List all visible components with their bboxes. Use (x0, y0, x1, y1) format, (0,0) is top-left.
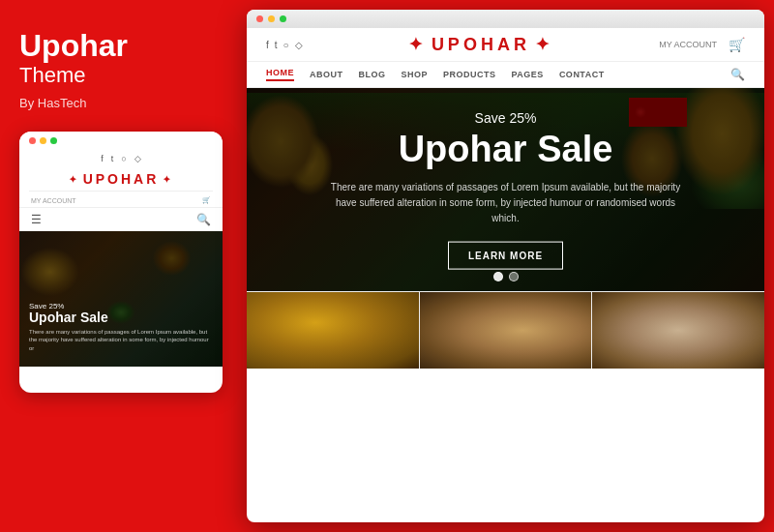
logo-star-icon-2: ✦ (163, 174, 173, 185)
social-i-icon: ○ (121, 154, 126, 163)
desktop-right-nav: MY ACCOUNT 🛒 (659, 37, 745, 52)
desktop-social: f t ○ ◇ (266, 40, 303, 50)
brand-subtitle: Theme (19, 63, 218, 88)
social-t-icon: t (111, 154, 114, 163)
hero-description: There are many variations of passages of… (322, 179, 690, 225)
logo-icon-left: ✦ (408, 34, 427, 55)
mobile-hero: Save 25% Upohar Sale There are many vari… (19, 231, 223, 367)
desktop-dot-yellow (268, 15, 275, 22)
social-ig-icon[interactable]: ○ (283, 40, 289, 50)
nav-products[interactable]: PRODUCTS (443, 70, 496, 79)
nav-pages[interactable]: PAGES (512, 70, 544, 79)
mobile-logo-area: ✦ UPOHAR ✦ (19, 167, 223, 189)
nav-blog[interactable]: BLOG (359, 70, 386, 79)
desktop-dot-green (280, 15, 286, 22)
dot-green (50, 137, 57, 144)
brand-title: Upohar (19, 29, 218, 63)
nav-shop[interactable]: SHOP (402, 70, 429, 79)
desktop-dot-red (256, 15, 263, 22)
mobile-social: f t ○ ◇ (19, 150, 223, 167)
mobile-mockup: f t ○ ◇ ✦ UPOHAR ✦ MY ACCOUNT 🛒 ☰ 🔍 Save… (19, 132, 223, 393)
account-label: MY ACCOUNT (659, 40, 717, 49)
thumb-item-2[interactable] (419, 292, 592, 369)
desktop-logo-text: UPOHAR (432, 35, 530, 55)
hero-content: Save 25% Upohar Sale There are many vari… (322, 110, 690, 270)
mobile-divider (29, 191, 213, 192)
logo-star-icon: ✦ (69, 174, 79, 185)
cart-icon[interactable]: 🛒 (729, 37, 745, 52)
mobile-nav-row: ☰ 🔍 (19, 207, 223, 231)
desktop-search-icon[interactable]: 🔍 (730, 68, 745, 81)
mobile-logo: ✦ UPOHAR ✦ (19, 171, 223, 187)
mobile-search-icon: 🔍 (196, 213, 211, 226)
nav-contact[interactable]: CONTACT (559, 70, 605, 79)
desktop-logo: ✦ UPOHAR ✦ (408, 34, 553, 55)
learn-more-button[interactable]: LEARN MORE (448, 241, 563, 269)
hero-dot-2[interactable] (509, 272, 519, 281)
social-dr-icon[interactable]: ◇ (295, 40, 303, 50)
hero-dots (493, 272, 519, 281)
mobile-hero-content: Save 25% Upohar Sale There are many vari… (29, 302, 213, 353)
social-d-icon: ◇ (134, 154, 141, 163)
mobile-top-bar (19, 132, 223, 150)
mobile-cart-icon: 🛒 (202, 196, 211, 204)
mobile-hero-desc: There are many variations of passages of… (29, 328, 213, 352)
brand-by: By HasTech (19, 96, 218, 110)
desktop-top-bar (247, 10, 764, 28)
desktop-mockup: f t ○ ◇ ✦ UPOHAR ✦ MY ACCOUNT 🛒 HOME ABO… (247, 10, 764, 522)
thumb-item-3[interactable] (591, 292, 764, 369)
thumb-item-1[interactable] (247, 292, 419, 369)
mobile-logo-text: UPOHAR (83, 171, 160, 187)
left-panel: Upohar Theme By HasTech f t ○ ◇ ✦ UPOHAR… (0, 0, 237, 532)
logo-icon-right: ✦ (535, 34, 553, 55)
nav-about[interactable]: ABOUT (310, 70, 343, 79)
mobile-hero-title: Upohar Sale (29, 310, 213, 325)
hero-save-text: Save 25% (322, 110, 690, 126)
dot-red (29, 137, 36, 144)
desktop-nav-bar: f t ○ ◇ ✦ UPOHAR ✦ MY ACCOUNT 🛒 (247, 28, 764, 62)
mobile-account-row: MY ACCOUNT 🛒 (19, 193, 223, 207)
desktop-hero: Save 25% Upohar Sale There are many vari… (247, 88, 764, 291)
desktop-main-nav: HOME ABOUT BLOG SHOP PRODUCTS PAGES CONT… (247, 62, 764, 88)
nav-home[interactable]: HOME (266, 68, 294, 81)
social-tw-icon[interactable]: t (275, 40, 278, 50)
social-fb-icon[interactable]: f (266, 40, 269, 50)
dot-yellow (40, 137, 46, 144)
hero-dot-1[interactable] (493, 272, 503, 281)
social-f-icon: f (101, 154, 104, 163)
desktop-thumbs (247, 291, 764, 369)
mobile-account-label: MY ACCOUNT (31, 197, 76, 204)
hamburger-icon: ☰ (31, 213, 42, 226)
hero-title: Upohar Sale (322, 130, 690, 170)
